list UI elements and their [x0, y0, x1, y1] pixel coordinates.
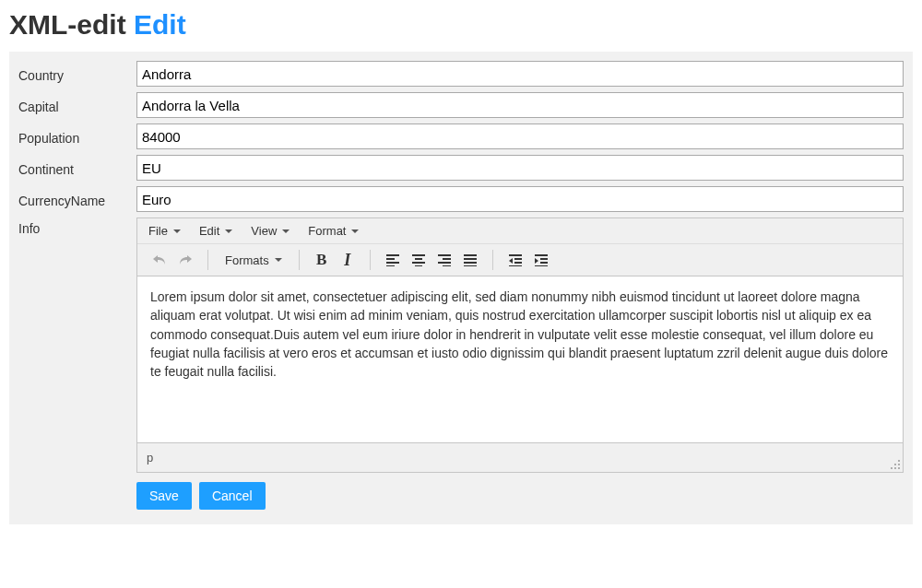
align-right-button[interactable]: [431, 248, 457, 272]
label-currency: CurrencyName: [18, 190, 136, 208]
input-currency[interactable]: [136, 186, 904, 212]
svg-point-25: [894, 464, 896, 465]
editor-menubar: File Edit View Format: [137, 218, 903, 244]
resize-grip-icon: [890, 459, 901, 470]
bold-icon: B: [316, 251, 326, 269]
menu-edit-label: Edit: [199, 224, 219, 238]
editor-statusbar: p: [137, 442, 903, 472]
italic-button[interactable]: I: [335, 248, 361, 272]
menu-view[interactable]: View: [251, 224, 290, 238]
label-info: Info: [18, 218, 136, 236]
align-left-icon: [385, 253, 400, 266]
page-title-accent: Edit: [134, 9, 186, 40]
formats-label: Formats: [225, 253, 269, 267]
italic-icon: I: [344, 251, 350, 270]
align-left-button[interactable]: [380, 248, 406, 272]
cancel-button[interactable]: Cancel: [199, 482, 266, 510]
svg-point-29: [898, 467, 900, 469]
indent-icon: [534, 253, 549, 266]
align-right-icon: [437, 253, 452, 266]
indent-button[interactable]: [528, 248, 554, 272]
align-center-icon: [411, 253, 426, 266]
label-capital: Capital: [18, 96, 136, 114]
svg-point-27: [891, 467, 892, 469]
toolbar-separator: [207, 250, 208, 270]
undo-button[interactable]: [147, 248, 172, 272]
caret-icon: [351, 229, 359, 233]
editor-toolbar: Formats B I: [137, 244, 903, 276]
align-justify-icon: [463, 253, 478, 266]
caret-icon: [275, 258, 282, 262]
editor-resize-handle[interactable]: [890, 459, 901, 470]
redo-icon: [178, 253, 193, 266]
outdent-icon: [508, 253, 523, 266]
align-justify-button[interactable]: [457, 248, 483, 272]
menu-format-label: Format: [308, 224, 346, 238]
bold-button[interactable]: B: [309, 248, 335, 272]
input-capital[interactable]: [136, 92, 904, 118]
redo-button[interactable]: [172, 248, 198, 272]
page-title: XML-edit Edit: [9, 9, 913, 41]
caret-icon: [225, 229, 232, 233]
svg-point-28: [894, 467, 896, 469]
toolbar-separator: [370, 250, 371, 270]
menu-format[interactable]: Format: [308, 224, 359, 238]
menu-file[interactable]: File: [148, 224, 181, 238]
save-button[interactable]: Save: [136, 482, 192, 510]
svg-point-26: [898, 464, 900, 465]
label-population: Population: [18, 127, 136, 146]
menu-file-label: File: [148, 224, 168, 238]
toolbar-separator: [299, 250, 300, 270]
editor-content[interactable]: Lorem ipsum dolor sit amet, consectetuer…: [137, 276, 903, 442]
caret-icon: [282, 229, 290, 233]
caret-icon: [173, 229, 181, 233]
input-population[interactable]: [136, 123, 904, 149]
outdent-button[interactable]: [502, 248, 528, 272]
label-country: Country: [18, 65, 136, 83]
input-country[interactable]: [136, 61, 904, 87]
toolbar-separator: [492, 250, 493, 270]
form-actions: Save Cancel: [136, 482, 904, 510]
label-continent: Continent: [18, 159, 136, 177]
edit-form: Country Capital Population Continent Cur…: [9, 52, 913, 524]
page-title-main: XML-edit: [9, 9, 126, 40]
rich-text-editor: File Edit View Format: [136, 218, 904, 473]
svg-point-24: [898, 460, 900, 462]
input-continent[interactable]: [136, 155, 904, 181]
menu-edit[interactable]: Edit: [199, 224, 232, 238]
editor-element-path[interactable]: p: [147, 451, 153, 465]
menu-view-label: View: [251, 224, 277, 238]
undo-icon: [152, 253, 167, 266]
align-center-button[interactable]: [406, 248, 431, 272]
formats-dropdown[interactable]: Formats: [218, 248, 290, 272]
